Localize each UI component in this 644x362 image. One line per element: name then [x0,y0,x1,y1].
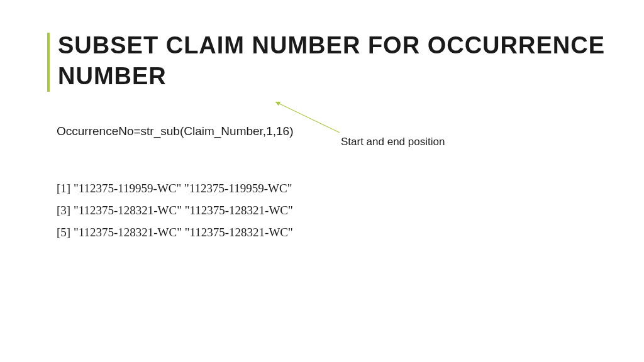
output-value: "112375-128321-WC" [74,204,182,217]
annotation-label: Start and end position [341,136,445,148]
code-expression: OccurrenceNo=str_sub(Claim_Number,1,16) [57,124,293,138]
title-line-1: SUBSET CLAIM NUMBER FOR OCCURRENCE [58,32,605,58]
output-index: [1] [57,182,70,195]
output-row: [5] "112375-128321-WC" "112375-128321-WC… [57,221,293,243]
output-value: "112375-128321-WC" [185,226,293,239]
output-row: [3] "112375-128321-WC" "112375-128321-WC… [57,199,293,221]
output-value: "112375-119959-WC" [74,182,181,195]
output-value: "112375-128321-WC" [185,204,293,217]
output-index: [3] [57,204,70,217]
output-row: [1] "112375-119959-WC" "112375-119959-WC… [57,177,293,199]
output-index: [5] [57,226,70,239]
title-accent-bar [47,33,50,92]
title-line-2: NUMBER [58,63,167,89]
slide-title: SUBSET CLAIM NUMBER FOR OCCURRENCE NUMBE… [58,30,605,92]
output-value: "112375-128321-WC" [74,226,182,239]
output-value: "112375-119959-WC" [184,182,292,195]
output-block: [1] "112375-119959-WC" "112375-119959-WC… [57,177,293,243]
